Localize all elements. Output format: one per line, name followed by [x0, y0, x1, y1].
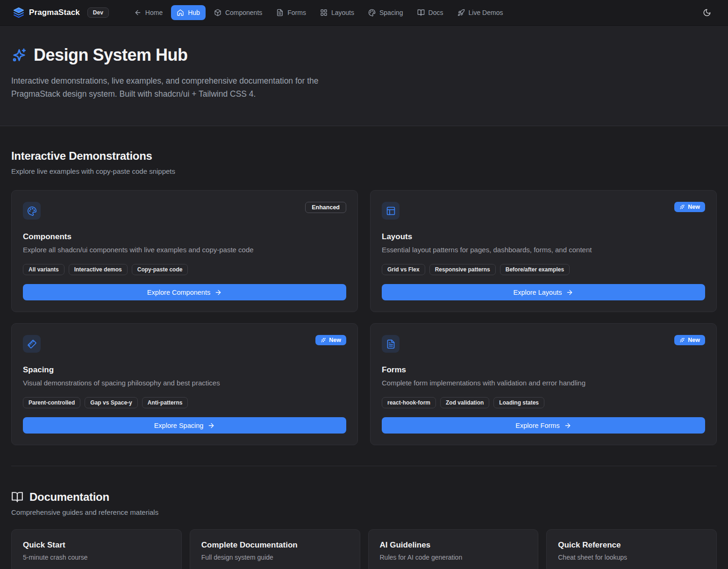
enhanced-badge: Enhanced [305, 202, 346, 213]
card-description: Essential layout patterns for pages, das… [382, 246, 705, 254]
tag: Before/after examples [500, 264, 570, 275]
docs-subheading: Comprehensive guides and reference mater… [11, 508, 717, 516]
explore-forms-button[interactable]: Explore Forms [382, 417, 705, 434]
nav-item-hub[interactable]: Hub [171, 5, 206, 20]
badge-label: New [688, 337, 700, 343]
card-title: Components [23, 232, 346, 242]
doc-card-quick-reference[interactable]: Quick Reference Cheat sheet for lookups [546, 529, 717, 569]
doc-card-ai-guidelines[interactable]: AI Guidelines Rules for AI code generati… [368, 529, 539, 569]
palette-icon [27, 206, 37, 216]
moon-icon [703, 8, 711, 17]
nav-item-label: Components [225, 9, 262, 16]
sparkles-icon [11, 47, 27, 63]
demo-card-layouts[interactable]: New Layouts Essential layout patterns fo… [370, 190, 717, 312]
docs-heading: Documentation [29, 491, 109, 504]
arrow-right-icon [214, 289, 222, 296]
demo-card-components[interactable]: Enhanced Components Explore all shadcn/u… [11, 190, 358, 312]
doc-card-description: Rules for AI code generation [380, 554, 527, 561]
nav-item-label: Spacing [379, 9, 403, 16]
home-icon [177, 9, 184, 16]
new-badge: New [315, 335, 346, 345]
theme-toggle-button[interactable] [699, 5, 715, 21]
book-open-icon [417, 9, 425, 16]
doc-card-description: Full design system guide [201, 554, 349, 561]
tag: Responsive patterns [429, 264, 496, 275]
rocket-icon [457, 9, 465, 16]
demo-card-forms[interactable]: New Forms Complete form implementations … [370, 323, 717, 445]
doc-card-title: Quick Start [23, 541, 170, 550]
env-badge: Dev [87, 7, 109, 18]
components-card-icon-box [23, 202, 41, 220]
explore-layouts-button[interactable]: Explore Layouts [382, 284, 705, 300]
card-title: Spacing [23, 365, 346, 375]
card-description: Complete form implementations with valid… [382, 379, 705, 387]
explore-spacing-button[interactable]: Explore Spacing [23, 417, 346, 434]
brand[interactable]: PragmaStack [13, 7, 80, 18]
button-label: Explore Components [147, 289, 210, 296]
spacing-card-icon-box [23, 335, 41, 353]
sparkles-icon [679, 337, 685, 343]
nav-item-forms[interactable]: Forms [271, 5, 312, 20]
demo-card-spacing[interactable]: New Spacing Visual demonstrations of spa… [11, 323, 358, 445]
tag: react-hook-form [382, 397, 436, 408]
layers-logo-icon [13, 7, 24, 18]
nav-item-label: Live Demos [469, 9, 503, 16]
nav-item-live-demos[interactable]: Live Demos [452, 5, 509, 20]
explore-components-button[interactable]: Explore Components [23, 284, 346, 300]
nav-item-label: Hub [188, 9, 200, 16]
brand-name: PragmaStack [29, 8, 80, 17]
nav-item-layouts[interactable]: Layouts [314, 5, 360, 20]
badge-label: New [688, 204, 700, 210]
page-description: Interactive demonstrations, live example… [11, 74, 353, 100]
doc-card-quick-start[interactable]: Quick Start 5-minute crash course [11, 529, 182, 569]
top-navbar: PragmaStack Dev Home Hub Components Form… [0, 0, 728, 26]
box-icon [214, 9, 221, 16]
doc-card-title: Quick Reference [558, 541, 705, 550]
doc-card-title: AI Guidelines [380, 541, 527, 550]
nav-item-label: Docs [428, 9, 443, 16]
main-content: Interactive Demonstrations Explore live … [0, 126, 728, 569]
nav-item-spacing[interactable]: Spacing [363, 5, 409, 20]
card-description: Explore all shadcn/ui components with li… [23, 246, 346, 254]
doc-card-description: Cheat sheet for lookups [558, 554, 705, 561]
nav-item-label: Layouts [331, 9, 354, 16]
button-label: Explore Forms [515, 422, 559, 429]
arrow-right-icon [566, 289, 573, 296]
sparkles-icon [679, 204, 685, 210]
doc-card-complete-documentation[interactable]: Complete Documentation Full design syste… [190, 529, 360, 569]
nav-item-home[interactable]: Home [128, 5, 168, 20]
forms-card-icon-box [382, 335, 400, 353]
tag: Loading states [493, 397, 544, 408]
tag: Gap vs Space-y [85, 397, 137, 408]
arrow-right-icon [207, 422, 215, 429]
layout-grid-icon [320, 9, 328, 16]
nav-item-docs[interactable]: Docs [412, 5, 449, 20]
tag-row: react-hook-form Zod validation Loading s… [382, 397, 705, 408]
demos-heading: Interactive Demonstrations [11, 126, 717, 163]
button-label: Explore Spacing [154, 422, 204, 429]
tag: Anti-patterns [142, 397, 188, 408]
card-description: Visual demonstrations of spacing philoso… [23, 379, 346, 387]
new-badge: New [674, 202, 705, 212]
tag: Parent-controlled [23, 397, 80, 408]
sparkles-icon [321, 337, 326, 343]
tag-row: All variants Interactive demos Copy-past… [23, 264, 346, 275]
nav-item-components[interactable]: Components [208, 5, 268, 20]
nav-links: Home Hub Components Forms Layouts Spacin… [128, 5, 509, 20]
file-text-icon [276, 9, 284, 16]
arrow-right-icon [564, 422, 571, 429]
tag: Zod validation [440, 397, 489, 408]
nav-item-label: Forms [287, 9, 306, 16]
demos-subheading: Explore live examples with copy-paste co… [11, 167, 717, 175]
layouts-card-icon-box [382, 202, 400, 220]
panels-top-left-icon [386, 206, 396, 216]
tag: Copy-paste code [132, 264, 188, 275]
badge-label: New [329, 337, 341, 343]
book-open-icon [11, 491, 23, 503]
doc-card-description: 5-minute crash course [23, 554, 170, 561]
tag: Interactive demos [69, 264, 128, 275]
tag-row: Grid vs Flex Responsive patterns Before/… [382, 264, 705, 275]
new-badge: New [674, 335, 705, 345]
arrow-left-icon [134, 9, 142, 16]
ruler-icon [27, 339, 37, 349]
